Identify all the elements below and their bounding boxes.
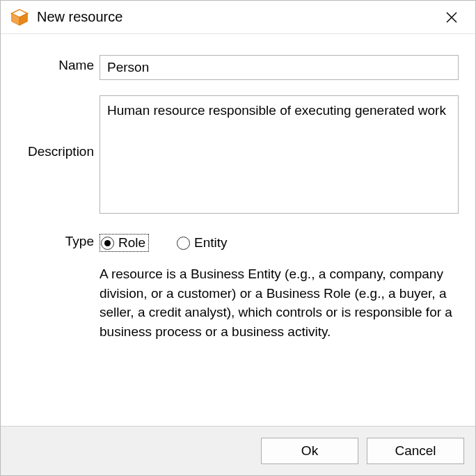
dialog-title: New resource [37, 9, 438, 25]
type-help-text: A resource is a Business Entity (e.g., a… [100, 264, 459, 341]
description-textarea[interactable]: Human resource responsible of executing … [100, 95, 459, 214]
name-label: Name [9, 55, 100, 73]
row-description: Description Human resource responsible o… [9, 95, 459, 217]
radio-entity[interactable]: Entity [177, 235, 228, 251]
row-type: Type Role Entity A resource is a Busines… [9, 232, 459, 341]
dialog-new-resource: New resource Name Description Human reso… [0, 0, 476, 476]
close-button[interactable] [438, 3, 466, 31]
radio-role[interactable]: Role [100, 234, 149, 252]
type-label: Type [9, 232, 100, 249]
dialog-content: Name Description Human resource responsi… [1, 34, 475, 426]
type-radio-group: Role Entity [100, 232, 459, 252]
ok-button[interactable]: Ok [261, 438, 358, 464]
radio-role-label: Role [118, 235, 145, 251]
cube-icon [10, 8, 29, 26]
row-name: Name [9, 55, 459, 80]
name-input[interactable] [100, 55, 459, 80]
description-label: Description [9, 95, 100, 159]
close-icon [446, 12, 457, 23]
titlebar: New resource [1, 1, 475, 34]
button-bar: Ok Cancel [1, 426, 475, 475]
cancel-button[interactable]: Cancel [367, 438, 464, 464]
radio-icon [101, 237, 114, 250]
radio-icon [177, 237, 190, 250]
radio-entity-label: Entity [194, 235, 228, 251]
